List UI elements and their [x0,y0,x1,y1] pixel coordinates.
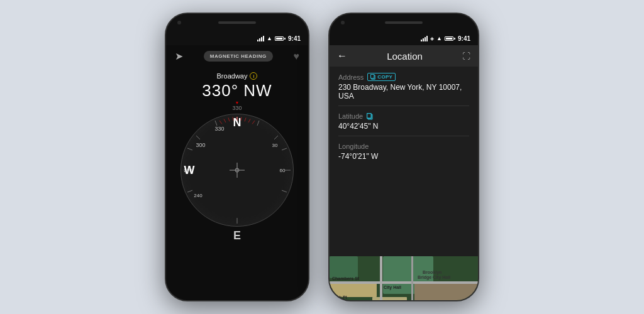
longitude-label-row: Longitude [338,143,469,150]
label-30: 30 [272,143,278,148]
location-header: ← Location ⛶ [330,45,478,67]
building-3 [372,297,407,301]
map-label-brooklyn: Brooklyn [423,270,441,274]
latitude-value: 40°42'45" N [338,122,469,136]
location-content: Address COPY 230 Broadway, New York, NY … [330,67,478,254]
compass-toolbar: ➤ MAGNETIC HEADING ♥ [166,45,308,67]
compass-dial: 330 300 270 240 N W 30 60 [180,114,294,227]
address-section: Address COPY 230 Broadway, New York, NY … [338,73,469,106]
status-bar-right: ◈ ▲ 9:41 [330,31,478,45]
copy-button[interactable]: COPY [367,73,396,81]
location-screen: ← Location ⛶ Address COPY 230 Broadw [330,45,478,301]
magnetic-badge[interactable]: MAGNETIC HEADING [204,51,273,62]
latitude-label: Latitude [338,112,363,120]
copy-icon [370,74,376,80]
road-v1 [380,256,382,301]
latitude-copy-button[interactable] [367,113,374,120]
svg-rect-27 [367,113,372,118]
wifi-icon: ▲ [267,35,272,41]
road-h2 [330,300,478,301]
map-label-cityhall: City Hall [384,285,401,290]
compass-labels: 330 300 270 240 N W 30 60 [180,114,294,227]
battery-icon [275,36,286,41]
back-button[interactable]: ← [337,50,347,62]
longitude-value: -74°0'21" W [338,152,469,166]
map-label-chambers: Chambers St [332,276,359,281]
battery-icon-right [445,36,455,41]
label-240: 240 [194,193,202,198]
location-pin-icon: ◈ [430,36,434,41]
label-60: 60 [280,168,286,173]
address-value: 230 Broadway, New York, NY 10007, USA [338,83,469,106]
arrow-down-icon: ▼ [235,100,240,105]
page-title: Location [352,51,457,62]
camera [177,21,181,24]
info-icon[interactable]: i [250,72,257,80]
longitude-section: Longitude -74°0'21" W [338,143,469,166]
speaker-right [385,21,423,24]
label-300: 300 [196,142,205,148]
phone-top-bar-right [330,14,478,31]
status-time-right: 9:41 [458,35,470,42]
road-h1 [330,281,478,284]
svg-rect-25 [371,74,374,78]
longitude-label: Longitude [338,143,369,150]
phone-top-bar [166,14,308,31]
building-4 [414,281,478,301]
speaker [218,21,256,24]
park-area-2 [330,256,358,278]
signal-icon-right [421,36,428,41]
right-phone: ◈ ▲ 9:41 ← Location ⛶ Address [328,13,479,301]
label-w: W [184,164,195,177]
copy-label: COPY [377,74,392,80]
label-n: N [233,116,242,129]
signal-icon [257,36,264,41]
degrees-marker: ▼ 330 [232,100,242,111]
address-label: Address [338,73,364,81]
wifi-icon-right: ▲ [436,35,442,41]
map-label-bridgecityhall: Bridge City Hall [418,275,450,279]
compass-location: Broadway i [217,72,258,80]
map-label-parkpl1: Park Pl [332,295,347,300]
heart-icon[interactable]: ♥ [294,51,300,62]
map-background: Chambers St City Hall Brooklyn Bridge Ci… [330,256,478,301]
label-330: 330 [214,126,224,132]
latitude-section: Latitude 40°42'45" N [338,112,469,136]
status-time: 9:41 [288,35,301,42]
share-icon[interactable]: ➤ [175,50,183,62]
location-name: Broadway [217,72,248,80]
copy-icon-lat [367,113,374,120]
map-preview[interactable]: Chambers St City Hall Brooklyn Bridge Ci… [330,256,478,301]
left-phone: ▲ 9:41 ➤ MAGNETIC HEADING ♥ Broadway i 3… [165,13,309,301]
compass-heading: 330° NW [202,81,272,100]
open-external-icon[interactable]: ⛶ [462,51,470,61]
latitude-label-row: Latitude [338,112,469,120]
road-v2 [411,256,413,301]
camera-right [341,21,345,24]
status-bar-left: ▲ 9:41 [166,31,308,45]
compass-label-e: E [233,229,241,242]
address-label-row: Address COPY [338,73,469,81]
compass-screen: ➤ MAGNETIC HEADING ♥ Broadway i 330° NW … [166,45,308,301]
